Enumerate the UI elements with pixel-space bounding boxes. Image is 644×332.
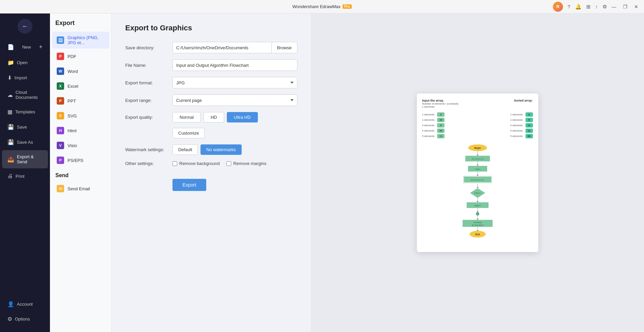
- watermark-label: Watermark settings:: [125, 147, 172, 152]
- flowchart-data-tables: 1 elements 5 2 elements 38 3 elements 5: [422, 112, 533, 138]
- export-format-row: Export format: JPG PNG BMP SVG: [125, 77, 297, 88]
- export-option-pdf[interactable]: P PDF: [52, 49, 109, 63]
- sidebar-item-cloud[interactable]: ☁ Cloud Documents: [2, 86, 48, 104]
- sidebar-item-new[interactable]: 📄 New +: [2, 39, 48, 55]
- remove-background-label[interactable]: Remove background: [172, 161, 220, 166]
- save-directory-input-group: Browse: [172, 42, 297, 53]
- new-icon: 📄: [7, 44, 14, 50]
- titlebar: Wondershare EdrawMax Pro R ? 🔔 ⊞ ↑ ⚙ — ❐…: [0, 0, 644, 13]
- watermark-none-button[interactable]: No watermarks: [200, 144, 241, 155]
- main-content: Export to Graphics Save directory: Brows…: [112, 13, 644, 332]
- export-option-email[interactable]: ✉ Send Email: [52, 182, 109, 196]
- export-option-pseps[interactable]: P PS/EPS: [52, 153, 109, 167]
- ppt-icon: P: [57, 97, 64, 105]
- browse-button[interactable]: Browse: [272, 42, 297, 53]
- table-row: 5 elements 56: [510, 134, 533, 138]
- export-format-select[interactable]: JPG PNG BMP SVG: [172, 77, 297, 88]
- sidebar-item-print[interactable]: 🖨 Print: [2, 169, 48, 183]
- sidebar-item-label-templates: Templates: [15, 109, 35, 114]
- svg-marker-16: [477, 187, 479, 188]
- notification-icon[interactable]: 🔔: [575, 4, 582, 10]
- save-directory-input[interactable]: [172, 42, 272, 53]
- remove-background-checkbox[interactable]: [172, 161, 177, 166]
- svg-marker-11: [477, 175, 479, 176]
- export-format-label: Export format:: [125, 80, 172, 85]
- flowchart-preview: Input the array. Number of elements I (c…: [417, 93, 538, 252]
- export-option-html[interactable]: H Html: [52, 123, 109, 138]
- flowchart-right-header: Sorted array:: [514, 99, 533, 108]
- flowchart-diagram: Begin for i=0 to n-2 Loop i: [444, 142, 511, 244]
- table-row: 1 elements 2: [510, 112, 533, 117]
- sidebar-item-templates[interactable]: ▦ Templates: [2, 105, 48, 119]
- export-range-select[interactable]: Current page All pages: [172, 94, 297, 106]
- word-icon: W: [57, 67, 64, 75]
- options-icon: ⚙: [7, 316, 12, 322]
- export-button-row: Export: [125, 172, 297, 191]
- close-button[interactable]: ✕: [633, 3, 640, 10]
- print-icon: 🖨: [7, 173, 13, 179]
- export-option-label-ppt: PPT: [68, 99, 76, 104]
- export-range-label: Export range:: [125, 98, 172, 103]
- export-option-label-email: Send Email: [68, 186, 90, 191]
- back-button[interactable]: ←: [18, 19, 32, 34]
- flowchart-header: Input the array. Number of elements I (c…: [422, 99, 533, 108]
- export-option-ppt[interactable]: P PPT: [52, 94, 109, 108]
- quality-hd-button[interactable]: HD: [204, 112, 224, 122]
- sidebar-item-import[interactable]: ⬇ Import: [2, 71, 48, 85]
- quality-normal-button[interactable]: Normal: [172, 112, 201, 122]
- sidebar-item-label-open: Open: [17, 60, 28, 65]
- svg-text:for i=0 to n-2: for i=0 to n-2: [472, 158, 484, 160]
- svg-text:P(i,j)<n: P(i,j)<n: [474, 192, 481, 194]
- table-row: 1 elements 5: [422, 112, 445, 117]
- table-row: 3 elements 11: [510, 123, 533, 128]
- file-name-input[interactable]: [172, 59, 297, 71]
- remove-background-text: Remove background: [179, 161, 220, 166]
- templates-icon: ▦: [7, 109, 12, 115]
- table-row: 2 elements 38: [422, 118, 445, 122]
- export-option-excel[interactable]: X Excel: [52, 79, 109, 93]
- table-row: 4 elements 12: [510, 129, 533, 133]
- export-panel: Export to Graphics Save directory: Brows…: [112, 13, 311, 332]
- quality-customize-row: Customize: [172, 125, 297, 138]
- sidebar-item-saveas[interactable]: 💾 Save As: [2, 135, 48, 149]
- remove-margins-label[interactable]: Remove margins: [226, 161, 266, 166]
- table-row: 2 elements 5: [510, 118, 533, 122]
- quality-ultrahd-button[interactable]: Ultra HD: [227, 112, 258, 122]
- apps-icon[interactable]: ⊞: [586, 4, 591, 10]
- export-option-label-word: Word: [68, 69, 78, 74]
- cloud-icon: ☁: [7, 92, 13, 98]
- table-row: 4 elements 56: [422, 129, 445, 133]
- sidebar-item-label-new: New: [22, 45, 31, 50]
- help-icon[interactable]: ?: [567, 4, 570, 9]
- remove-margins-checkbox[interactable]: [226, 161, 231, 166]
- export-option-svg[interactable]: S SVG: [52, 109, 109, 123]
- sorted-table: 1 elements 2 2 elements 5 3 elements 11: [510, 112, 533, 138]
- watermark-buttons: Default No watermarks: [172, 144, 297, 155]
- export-sidebar: Export 🖼 Graphics (PNG, JPG et... P PDF …: [50, 13, 112, 332]
- export-option-graphics[interactable]: 🖼 Graphics (PNG, JPG et...: [52, 32, 109, 49]
- maximize-button[interactable]: ❐: [621, 3, 629, 10]
- watermark-default-button[interactable]: Default: [172, 144, 198, 155]
- settings-icon[interactable]: ⚙: [602, 4, 607, 10]
- avatar[interactable]: R: [553, 2, 563, 12]
- toolbar: ? 🔔 ⊞ ↑ ⚙: [567, 4, 607, 10]
- sidebar-item-export[interactable]: 📤 Export & Send: [2, 150, 48, 168]
- sidebar-item-options[interactable]: ⚙ Options: [2, 312, 48, 326]
- export-option-visio[interactable]: V Visio: [52, 138, 109, 153]
- export-option-word[interactable]: W Word: [52, 64, 109, 78]
- export-option-label-graphics: Graphics (PNG, JPG et...: [68, 35, 105, 45]
- export-icon: 📤: [7, 156, 14, 163]
- minimize-button[interactable]: —: [610, 3, 618, 10]
- export-sidebar-title: Export: [50, 17, 111, 31]
- share-icon[interactable]: ↑: [595, 4, 598, 9]
- nav-bottom: 👤 Account ⚙ Options: [0, 297, 50, 332]
- sidebar-item-save[interactable]: 💾 Save: [2, 120, 48, 134]
- customize-button[interactable]: Customize: [172, 128, 205, 138]
- export-quality-row: Export quality: Normal HD Ultra HD Custo…: [125, 112, 297, 138]
- account-icon: 👤: [7, 301, 14, 307]
- sidebar-item-account[interactable]: 👤 Account: [2, 297, 48, 311]
- save-directory-label: Save directory:: [125, 45, 172, 50]
- export-button[interactable]: Export: [172, 179, 206, 191]
- remove-margins-text: Remove margins: [233, 161, 266, 166]
- sidebar-item-open[interactable]: 📁 Open: [2, 55, 48, 70]
